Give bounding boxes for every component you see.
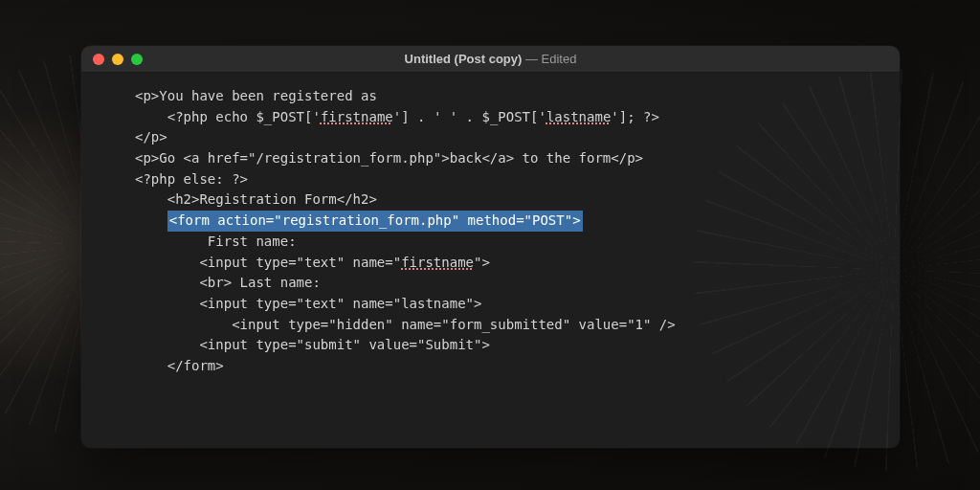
title-suffix: — Edited <box>522 52 576 66</box>
window-title: Untitled (Post copy) — Edited <box>81 52 900 66</box>
titlebar[interactable]: Untitled (Post copy) — Edited <box>81 46 900 73</box>
code-line: <br> Last name: <box>135 273 900 294</box>
title-main: Untitled (Post copy) <box>405 52 523 66</box>
code-line: <?php else: ?> <box>135 169 900 190</box>
code-line: <input type="submit" value="Submit"> <box>135 335 900 356</box>
selected-text: <form action="registration_form.php" met… <box>167 211 583 232</box>
spellcheck-underline: lastname <box>546 109 611 124</box>
code-line: First name: <box>135 232 900 253</box>
spellcheck-underline: firstname <box>401 255 474 270</box>
spellcheck-underline: firstname <box>321 109 393 124</box>
code-line: <p>You have been registered as <box>135 86 900 107</box>
minimize-icon[interactable] <box>112 54 123 65</box>
code-line: <form action="registration_form.php" met… <box>135 211 900 232</box>
close-icon[interactable] <box>93 54 104 65</box>
editor-window: Untitled (Post copy) — Edited <p>You hav… <box>81 46 900 448</box>
traffic-lights <box>81 54 143 65</box>
code-line: <input type="text" name="lastname"> <box>135 294 900 315</box>
code-line: <input type="text" name="firstname"> <box>135 253 900 274</box>
zoom-icon[interactable] <box>131 54 143 65</box>
code-line: <p>Go <a href="/registration_form.php">b… <box>135 148 900 169</box>
code-line: <?php echo $_POST['firstname'] . ' ' . $… <box>135 107 900 128</box>
code-line: </p> <box>135 127 900 148</box>
code-line: <input type="hidden" name="form_submitte… <box>135 315 900 336</box>
code-line: <h2>Registration Form</h2> <box>135 189 900 211</box>
code-editor[interactable]: <p>You have been registered as <?php ech… <box>81 73 900 448</box>
code-line: </form> <box>135 356 900 377</box>
